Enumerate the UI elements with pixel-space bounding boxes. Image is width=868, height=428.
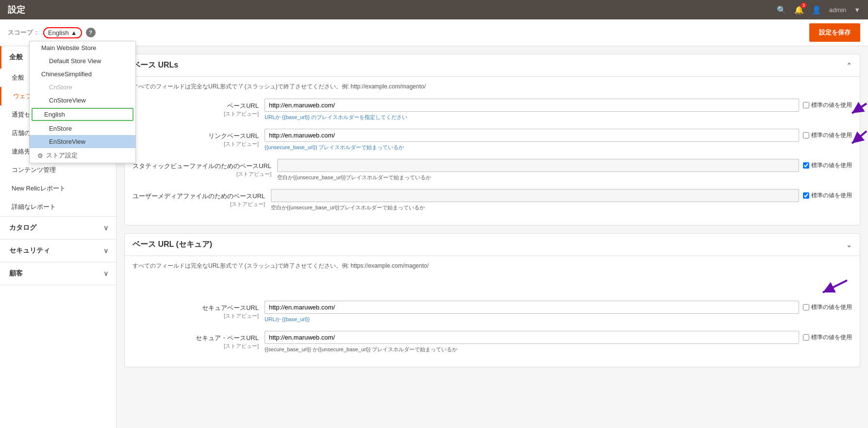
secure-urls-collapse-icon: ⌄: [846, 241, 852, 249]
sidebar-section-label-customer: 顧客: [9, 269, 23, 278]
sidebar-section-label-general: 全般: [9, 53, 23, 62]
input-area-media-url: 標準の値を使用 空白か{{unsecure_base_url}}プレイスホルダー…: [271, 189, 852, 211]
input-row-link-base-url: 標準の値を使用: [265, 129, 852, 142]
input-secure-base-url2[interactable]: [265, 331, 799, 344]
sidebar-item-new-relic[interactable]: New Relicレポート: [0, 179, 116, 198]
checkbox-secure-base-url[interactable]: [803, 304, 809, 310]
sublabel-media-url: [ストアビュー]: [133, 201, 265, 208]
secure-urls-section-body: すべてのフィールドは完全なURL形式で '/' (スラッシュ)で終了させてくださ…: [125, 256, 860, 367]
dropdown-item-cn-store[interactable]: CnStore: [30, 81, 135, 94]
arrow-svg-secure-top: [813, 278, 852, 297]
dropdown-item-cn-store-view[interactable]: CnStoreView: [30, 94, 135, 107]
checkbox-label-static-url: 標準の値を使用: [803, 161, 852, 170]
input-row-static-url: 標準の値を使用: [277, 159, 852, 172]
sidebar-section-label-security: セキュリティ: [9, 246, 50, 255]
dropdown-item-default-store-view[interactable]: Default Store View: [30, 54, 135, 68]
checkbox-secure-base-url2[interactable]: [803, 334, 809, 341]
form-row-secure-base-url2: セキュア・ベースURL[ストアビュー] 標準の値を使用 {{secure_bas…: [133, 331, 852, 353]
sidebar-section-header-catalog[interactable]: カタログ ∨: [0, 217, 116, 239]
input-row-secure-base-url: 標準の値を使用: [265, 301, 852, 314]
form-row-secure-base-url: セキュアベースURL[ストアビュー] 標準の値を使用 URLか {{base_u…: [133, 301, 852, 323]
base-urls-section: ベース URLs ⌃ すべてのフィールドは完全なURL形式で '/' (スラッシ…: [124, 54, 860, 225]
content-area: ベース URLs ⌃ すべてのフィールドは完全なURL形式で '/' (スラッシ…: [117, 46, 868, 428]
checkbox-label-media-url: 標準の値を使用: [803, 191, 852, 200]
secure-urls-desc: すべてのフィールドは完全なURL形式で '/' (スラッシュ)で終了させてくださ…: [133, 262, 852, 270]
collapse-icon-catalog: ∨: [103, 224, 108, 232]
label-media-url: ユーザーメディアファイルのためのベースURL[ストアビュー]: [133, 189, 265, 208]
scope-bar: スコープ： English ▲ ? Main Website Store Def…: [0, 19, 868, 46]
dropdown-item-main-website-store[interactable]: Main Website Store: [30, 41, 135, 54]
label-link-base-url: リンクベースURL[ストアビュー]: [133, 129, 259, 148]
base-urls-section-header[interactable]: ベース URLs ⌃: [125, 54, 860, 77]
label-secure-base-url2: セキュア・ベースURL[ストアビュー]: [133, 331, 259, 350]
sidebar-section-header-customer[interactable]: 顧客 ∨: [0, 262, 116, 285]
sidebar-section-label-catalog: カタログ: [9, 223, 36, 232]
user-label[interactable]: admin: [829, 6, 846, 14]
arrow-link-base-url: [842, 129, 868, 154]
sublabel-base-url: [ストアビュー]: [133, 110, 259, 118]
dropdown-item-english[interactable]: English: [32, 108, 134, 121]
input-area-link-base-url: 標準の値を使用 {{unsecure_base_url}} プレイスホルダーで始…: [265, 129, 852, 151]
sidebar-section-security: セキュリティ ∨: [0, 240, 116, 262]
input-link-base-url[interactable]: [265, 129, 799, 142]
checkbox-label-secure-base-url: 標準の値を使用: [803, 303, 852, 311]
sidebar-item-content-management[interactable]: コンテンツ管理: [0, 161, 116, 179]
sidebar-section-header-security[interactable]: セキュリティ ∨: [0, 240, 116, 262]
user-icon: 👤: [812, 5, 821, 15]
page-title: 設定: [8, 4, 25, 16]
checkbox-static-url[interactable]: [803, 162, 809, 169]
dropdown-item-store-settings[interactable]: ⚙ ストア設定: [30, 148, 135, 163]
arrow-base-url: [842, 99, 868, 124]
scope-selected-value: English: [48, 29, 69, 36]
search-icon[interactable]: 🔍: [777, 5, 786, 15]
dropdown-item-chinese-simplified[interactable]: ChineseSimplified: [30, 68, 135, 81]
input-area-base-url: 標準の値を使用 URLか {{base_url}} のプレイスホルダーを指定して…: [265, 99, 852, 121]
user-dropdown-arrow[interactable]: ▼: [854, 6, 860, 14]
input-area-static-url: 標準の値を使用 空白か{{unsecure_base_url}}プレイスホルダー…: [277, 159, 852, 181]
gear-icon: ⚙: [37, 152, 43, 159]
label-base-url: ベースURL[ストアビュー]: [133, 99, 259, 118]
checkbox-link-base-url[interactable]: [803, 132, 809, 138]
form-row-base-url: ベースURL[ストアビュー] 標準の値を使用 URLか {{base_url}}…: [133, 99, 852, 121]
form-row-media-url: ユーザーメディアファイルのためのベースURL[ストアビュー] 標準の値を使用 空…: [133, 189, 852, 211]
base-urls-section-body: すべてのフィールドは完全なURL形式で '/' (スラッシュ)で終了させてくださ…: [125, 77, 860, 225]
notification-icon[interactable]: 🔔 3: [794, 5, 804, 15]
hint-media-url: 空白か{{unsecure_base_url}}プレイスホルダーで始まっているか: [271, 204, 852, 211]
scope-left: スコープ： English ▲ ? Main Website Store Def…: [8, 27, 96, 38]
collapse-icon-security: ∨: [103, 247, 108, 255]
label-static-url: スタティックビューファイルのためのベースURL[ストアビュー]: [133, 159, 271, 178]
sublabel-secure-base-url2: [ストアビュー]: [133, 342, 259, 350]
save-button[interactable]: 設定を保存: [809, 23, 860, 42]
secure-urls-section: ベース URL (セキュア) ⌄ すべてのフィールドは完全なURL形式で '/'…: [124, 233, 860, 367]
hint-static-url: 空白か{{unsecure_base_url}}プレイスホルダーで始まっているか: [277, 174, 852, 181]
hint-link-base-url: {{unsecure_base_url}} プレイスホルダーで始まっているか: [265, 144, 852, 151]
input-media-url: [271, 189, 799, 202]
secure-urls-section-header[interactable]: ベース URL (セキュア) ⌄: [125, 234, 860, 256]
input-row-media-url: 標準の値を使用: [271, 189, 852, 202]
scope-label: スコープ：: [8, 28, 39, 37]
topbar: 設定 🔍 🔔 3 👤 admin ▼: [0, 0, 868, 19]
input-secure-base-url[interactable]: [265, 301, 799, 314]
topbar-right: 🔍 🔔 3 👤 admin ▼: [777, 5, 860, 15]
sidebar-item-detailed-report[interactable]: 詳細なレポート: [0, 198, 116, 216]
checkbox-base-url[interactable]: [803, 102, 809, 108]
base-urls-title: ベース URLs: [133, 60, 178, 70]
scope-help-icon[interactable]: ?: [86, 28, 96, 37]
dropdown-item-en-store[interactable]: EnStore: [30, 122, 135, 135]
input-area-secure-base-url: 標準の値を使用 URLか {{base_url}}: [265, 301, 852, 323]
scope-selector[interactable]: English ▲: [43, 27, 82, 38]
dropdown-item-en-store-view[interactable]: EnStoreView: [30, 135, 135, 148]
hint-secure-base-url: URLか {{base_url}}: [265, 316, 852, 323]
sidebar-section-catalog: カタログ ∨: [0, 217, 116, 240]
checkbox-media-url[interactable]: [803, 192, 809, 199]
input-row-secure-base-url2: 標準の値を使用: [265, 331, 852, 344]
sublabel-static-url: [ストアビュー]: [133, 171, 271, 178]
input-base-url[interactable]: [265, 99, 799, 112]
input-static-url: [277, 159, 799, 172]
hint-secure-base-url2: {{secure_base_url}} か{{unsecure_base_url…: [265, 346, 852, 353]
hint-base-url: URLか {{base_url}} のプレイスホルダーを指定してください: [265, 114, 852, 121]
store-settings-label: ストア設定: [46, 151, 78, 160]
base-urls-collapse-icon: ⌃: [846, 62, 852, 69]
arrow-svg-link-base-url: [842, 129, 868, 153]
sublabel-link-base-url: [ストアビュー]: [133, 140, 259, 148]
